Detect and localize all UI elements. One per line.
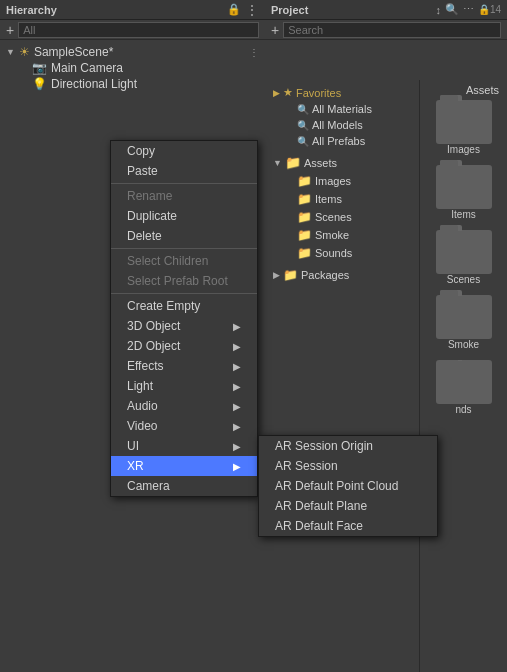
menu-paste-label: Paste xyxy=(127,164,158,178)
main-camera-item[interactable]: 📷 Main Camera xyxy=(0,60,265,76)
add-button[interactable]: + xyxy=(6,22,14,38)
project-header: Project ↕ 🔍 ⋯ 🔒14 xyxy=(265,0,507,20)
menu-xr[interactable]: XR ▶ xyxy=(111,456,257,476)
menu-effects[interactable]: Effects ▶ xyxy=(111,356,257,376)
project-sidebar: ▶ ★ Favorites 🔍 All Materials 🔍 All Mode… xyxy=(265,80,420,672)
items-folder-icon: 📁 xyxy=(297,192,312,206)
folder-nds-label: nds xyxy=(455,404,471,415)
arrow-effects: ▶ xyxy=(233,361,241,372)
all-prefabs-item[interactable]: 🔍 All Prefabs xyxy=(265,133,419,149)
menu-xr-label: XR xyxy=(127,459,144,473)
menu-2d-object-label: 2D Object xyxy=(127,339,180,353)
project-toolbar: + xyxy=(265,20,507,40)
all-materials-item[interactable]: 🔍 All Materials xyxy=(265,101,419,117)
separator-1 xyxy=(111,183,257,184)
folder-images-icon xyxy=(436,100,492,144)
menu-xr-ar-default-face[interactable]: AR Default Face xyxy=(259,516,437,536)
hierarchy-panel: Hierarchy 🔒 ⋮ + ▼ ☀ SampleScene* ⋮ 📷 Mai… xyxy=(0,0,265,672)
menu-copy-label: Copy xyxy=(127,144,155,158)
menu-audio-label: Audio xyxy=(127,399,158,413)
favorites-item[interactable]: ▶ ★ Favorites xyxy=(265,84,419,101)
all-materials-label: All Materials xyxy=(312,103,372,115)
menu-create-empty[interactable]: Create Empty xyxy=(111,296,257,316)
search-icon-models: 🔍 xyxy=(297,120,309,131)
project-main: ▶ ★ Favorites 🔍 All Materials 🔍 All Mode… xyxy=(265,80,507,672)
directional-light-item[interactable]: 💡 Directional Light xyxy=(0,76,265,92)
project-counter: 🔒14 xyxy=(478,4,501,15)
sounds-item[interactable]: 📁 Sounds xyxy=(265,244,419,262)
scenes-item[interactable]: 📁 Scenes xyxy=(265,208,419,226)
directional-light-label: Directional Light xyxy=(51,77,137,91)
ar-session-label: AR Session xyxy=(275,459,338,473)
menu-2d-object[interactable]: 2D Object ▶ xyxy=(111,336,257,356)
menu-xr-ar-default-point-cloud[interactable]: AR Default Point Cloud xyxy=(259,476,437,496)
scene-menu-icon: ⋮ xyxy=(249,47,259,58)
all-prefabs-label: All Prefabs xyxy=(312,135,365,147)
menu-copy[interactable]: Copy xyxy=(111,141,257,161)
hierarchy-tree: ▼ ☀ SampleScene* ⋮ 📷 Main Camera 💡 Direc… xyxy=(0,40,265,96)
folder-items[interactable]: Items xyxy=(428,165,499,220)
menu-xr-ar-session[interactable]: AR Session xyxy=(259,456,437,476)
menu-create-empty-label: Create Empty xyxy=(127,299,200,313)
menu-video[interactable]: Video ▶ xyxy=(111,416,257,436)
menu-video-label: Video xyxy=(127,419,157,433)
smoke-item[interactable]: 📁 Smoke xyxy=(265,226,419,244)
directional-light-icon: 💡 xyxy=(32,77,47,91)
hierarchy-search[interactable] xyxy=(18,22,259,38)
images-folder-icon: 📁 xyxy=(297,174,312,188)
folder-scenes-icon xyxy=(436,230,492,274)
folder-images-label: Images xyxy=(447,144,480,155)
main-camera-label: Main Camera xyxy=(51,61,123,75)
favorites-label: Favorites xyxy=(296,87,341,99)
menu-paste[interactable]: Paste xyxy=(111,161,257,181)
search-icon-prefabs: 🔍 xyxy=(297,136,309,147)
assets-arrow: ▼ xyxy=(273,158,282,168)
scene-label: SampleScene* xyxy=(34,45,113,59)
images-item[interactable]: 📁 Images xyxy=(265,172,419,190)
ar-default-plane-label: AR Default Plane xyxy=(275,499,367,513)
packages-item[interactable]: ▶ 📁 Packages xyxy=(265,266,419,284)
items-item[interactable]: 📁 Items xyxy=(265,190,419,208)
folder-scenes[interactable]: Scenes xyxy=(428,230,499,285)
favorites-arrow: ▶ xyxy=(273,88,280,98)
all-models-label: All Models xyxy=(312,119,363,131)
scene-item[interactable]: ▼ ☀ SampleScene* ⋮ xyxy=(0,44,265,60)
smoke-label: Smoke xyxy=(315,229,349,241)
folder-smoke-label: Smoke xyxy=(448,339,479,350)
star-icon: ★ xyxy=(283,86,293,99)
folder-nds[interactable]: nds xyxy=(428,360,499,415)
folder-items-icon xyxy=(436,165,492,209)
menu-delete[interactable]: Delete xyxy=(111,226,257,246)
menu-delete-label: Delete xyxy=(127,229,162,243)
folder-scenes-label: Scenes xyxy=(447,274,480,285)
menu-rename: Rename xyxy=(111,186,257,206)
menu-duplicate[interactable]: Duplicate xyxy=(111,206,257,226)
search-icon-materials: 🔍 xyxy=(297,104,309,115)
project-search[interactable] xyxy=(283,22,501,38)
all-models-item[interactable]: 🔍 All Models xyxy=(265,117,419,133)
menu-camera[interactable]: Camera xyxy=(111,476,257,496)
packages-label: Packages xyxy=(301,269,349,281)
folder-images[interactable]: Images xyxy=(428,100,499,155)
hierarchy-title: Hierarchy xyxy=(6,4,227,16)
folder-smoke[interactable]: Smoke xyxy=(428,295,499,350)
folder-nds-icon xyxy=(436,360,492,404)
menu-duplicate-label: Duplicate xyxy=(127,209,177,223)
folder-items-label: Items xyxy=(451,209,475,220)
menu-select-prefab-root: Select Prefab Root xyxy=(111,271,257,291)
images-label: Images xyxy=(315,175,351,187)
menu-xr-ar-session-origin[interactable]: AR Session Origin xyxy=(259,436,437,456)
menu-ui[interactable]: UI ▶ xyxy=(111,436,257,456)
separator-3 xyxy=(111,293,257,294)
assets-root-item[interactable]: ▼ 📁 Assets xyxy=(265,153,419,172)
menu-light[interactable]: Light ▶ xyxy=(111,376,257,396)
arrow-light: ▶ xyxy=(233,381,241,392)
project-add-button[interactable]: + xyxy=(271,22,279,38)
menu-xr-ar-default-plane[interactable]: AR Default Plane xyxy=(259,496,437,516)
project-panel: Project ↕ 🔍 ⋯ 🔒14 + ▶ ★ Favorites xyxy=(265,0,507,672)
menu-3d-object[interactable]: 3D Object ▶ xyxy=(111,316,257,336)
menu-audio[interactable]: Audio ▶ xyxy=(111,396,257,416)
camera-icon: 📷 xyxy=(32,61,47,75)
project-icon-3: ⋯ xyxy=(463,3,474,16)
arrow-xr: ▶ xyxy=(233,461,241,472)
